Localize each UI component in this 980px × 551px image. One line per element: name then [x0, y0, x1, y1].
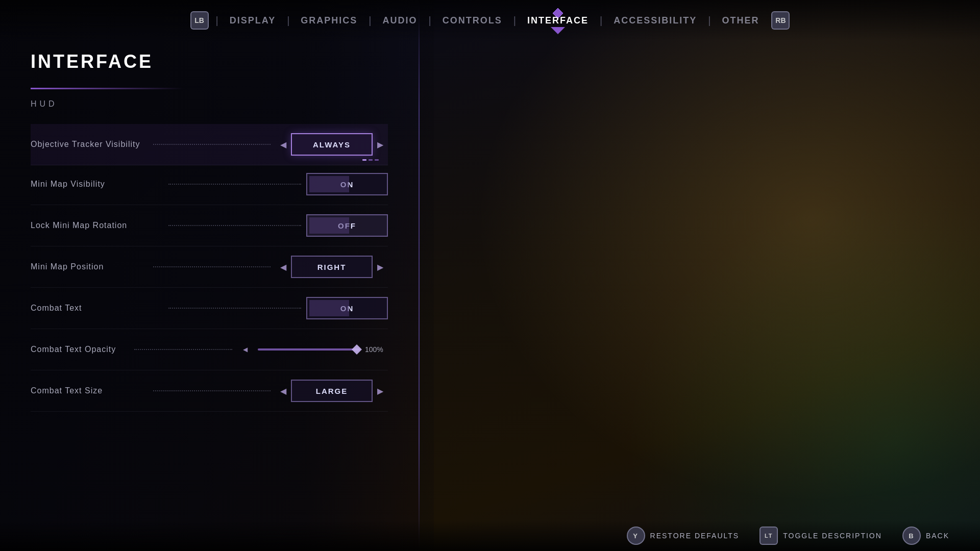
nav-separator-1: | [216, 15, 218, 27]
page-title: INTERFACE [31, 51, 388, 72]
background-right [419, 0, 980, 551]
slider-value-combat-text-opacity: 100% [365, 345, 388, 354]
control-combat-text-size: ◀ LARGE ▶ [276, 380, 388, 402]
slider-left-icon[interactable]: ◀ [237, 338, 253, 361]
setting-row-combat-text: Combat Text ON [31, 288, 388, 329]
setting-label-combat-text: Combat Text [31, 304, 163, 313]
selector-value-minimap-position: RIGHT [291, 256, 373, 278]
dots-combat-text-size [153, 390, 271, 391]
section-title: HUD [31, 99, 388, 109]
slider-fill-combat-text-opacity [258, 348, 360, 350]
setting-label-minimap-position: Mini Map Position [31, 262, 148, 271]
bottom-action-bar: Y RESTORE DEFAULTS LT TOGGLE DESCRIPTION… [0, 520, 980, 551]
nav-item-display[interactable]: DISPLAY [222, 11, 284, 30]
toggle-slider-minimap-visibility [309, 176, 349, 192]
nav-separator-4: | [429, 15, 431, 27]
b-button: B [902, 527, 921, 545]
left-bumper-button[interactable]: LB [190, 11, 209, 30]
nav-separator-3: | [369, 15, 371, 27]
control-objective-tracker: ◀ ALWAYS ▶ [276, 133, 388, 156]
dots-minimap-position [153, 266, 271, 267]
selector-left-arrow-minimap-icon[interactable]: ◀ [276, 256, 291, 278]
nav-item-other[interactable]: OTHER [714, 11, 767, 30]
lt-button: LT [760, 527, 778, 545]
divider-line [419, 0, 420, 551]
nav-separator-6: | [600, 15, 602, 27]
control-minimap-position: ◀ RIGHT ▶ [276, 256, 388, 278]
setting-row-combat-text-size: Combat Text Size ◀ LARGE ▶ [31, 370, 388, 412]
setting-row-minimap-position: Mini Map Position ◀ RIGHT ▶ [31, 246, 388, 288]
setting-label-objective-tracker: Objective Tracker Visibility [31, 140, 148, 149]
selector-right-arrow-minimap-icon[interactable]: ▶ [373, 256, 388, 278]
setting-row-minimap-visibility: Mini Map Visibility ON [31, 164, 388, 205]
slider-thumb-combat-text-opacity [352, 344, 362, 355]
selector-value-objective-tracker: ALWAYS [291, 133, 373, 156]
setting-row-combat-text-opacity: Combat Text Opacity ◀ 100% [31, 329, 388, 370]
setting-row-lock-minimap: Lock Mini Map Rotation OFF [31, 205, 388, 246]
nav-interface-wrapper: INTERFACE [519, 11, 597, 30]
nav-display-wrapper: DISPLAY [222, 11, 284, 30]
dots-combat-text-opacity [134, 349, 233, 350]
control-combat-text: ON [306, 297, 388, 319]
underline-dot-3 [375, 159, 379, 161]
nav-item-graphics[interactable]: GRAPHICS [292, 11, 365, 30]
action-restore-defaults[interactable]: Y RESTORE DEFAULTS [627, 527, 740, 545]
dots-combat-text [168, 308, 301, 309]
toggle-minimap-visibility[interactable]: ON [306, 173, 388, 195]
nav-item-interface[interactable]: INTERFACE [519, 11, 597, 30]
accent-line [31, 88, 184, 89]
underline-dot-2 [369, 159, 373, 161]
top-navigation: LB | DISPLAY | GRAPHICS | AUDIO | CONTRO… [0, 0, 980, 41]
nav-separator-2: | [287, 15, 289, 27]
nav-accessibility-wrapper: ACCESSIBILITY [605, 11, 705, 30]
control-minimap-visibility: ON [306, 173, 388, 195]
selector-right-arrow-icon[interactable]: ▶ [373, 133, 388, 156]
right-bumper-button[interactable]: RB [771, 11, 790, 30]
selector-objective-tracker[interactable]: ◀ ALWAYS ▶ [276, 133, 388, 156]
dots-objective-tracker [153, 144, 271, 145]
toggle-slider-lock-minimap [309, 217, 349, 234]
toggle-slider-combat-text [309, 300, 349, 316]
nav-other-wrapper: OTHER [714, 11, 767, 30]
settings-list: Objective Tracker Visibility ◀ ALWAYS ▶ … [31, 124, 388, 412]
selector-minimap-position[interactable]: ◀ RIGHT ▶ [276, 256, 388, 278]
action-back[interactable]: B BACK [902, 527, 949, 545]
y-button: Y [627, 527, 645, 545]
nav-audio-wrapper: AUDIO [375, 11, 426, 30]
dots-lock-minimap [168, 225, 301, 226]
dots-minimap-visibility [168, 184, 301, 185]
selector-underline-objective [31, 159, 388, 161]
selector-value-combat-text-size: LARGE [291, 380, 373, 402]
control-combat-text-opacity: ◀ 100% [237, 338, 388, 361]
nav-item-controls[interactable]: CONTROLS [434, 11, 510, 30]
setting-label-lock-minimap: Lock Mini Map Rotation [31, 221, 163, 230]
selector-combat-text-size[interactable]: ◀ LARGE ▶ [276, 380, 388, 402]
nav-graphics-wrapper: GRAPHICS [292, 11, 365, 30]
nav-separator-7: | [708, 15, 710, 27]
main-content: INTERFACE HUD Objective Tracker Visibili… [0, 41, 419, 422]
setting-label-minimap-visibility: Mini Map Visibility [31, 180, 163, 189]
slider-track-combat-text-opacity[interactable] [258, 348, 360, 350]
toggle-lock-minimap[interactable]: OFF [306, 214, 388, 237]
nav-controls-wrapper: CONTROLS [434, 11, 510, 30]
nav-item-accessibility[interactable]: ACCESSIBILITY [605, 11, 705, 30]
setting-label-combat-text-opacity: Combat Text Opacity [31, 345, 129, 354]
action-toggle-description[interactable]: LT TOGGLE DESCRIPTION [760, 527, 882, 545]
selector-right-arrow-combat-size-icon[interactable]: ▶ [373, 380, 388, 402]
selector-left-arrow-combat-size-icon[interactable]: ◀ [276, 380, 291, 402]
nav-separator-5: | [513, 15, 516, 27]
toggle-combat-text[interactable]: ON [306, 297, 388, 319]
nav-item-audio[interactable]: AUDIO [375, 11, 426, 30]
control-lock-minimap: OFF [306, 214, 388, 237]
setting-label-combat-text-size: Combat Text Size [31, 386, 148, 395]
slider-combat-text-opacity: ◀ 100% [237, 338, 388, 361]
underline-dot-1 [362, 159, 366, 161]
selector-left-arrow-icon[interactable]: ◀ [276, 133, 291, 156]
